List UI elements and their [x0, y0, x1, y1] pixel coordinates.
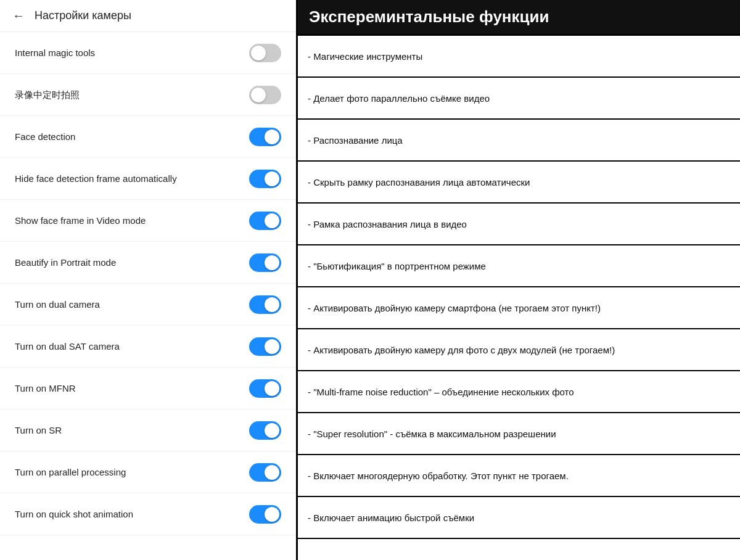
toggle-quick-shot[interactable]: [249, 505, 281, 524]
setting-label-hide-face-detection: Hide face detection frame automatically: [15, 173, 177, 185]
toggle-thumb-dual-camera: [265, 297, 279, 312]
toggle-thumb-internal-magic-tools: [251, 46, 266, 60]
setting-label-dual-camera: Turn on dual camera: [15, 299, 100, 311]
toggle-thumb-hide-face-detection: [265, 171, 279, 186]
setting-row-internal-magic-tools: Internal magic tools: [0, 32, 296, 74]
toggle-thumb-sr: [265, 423, 279, 438]
setting-row-dual-camera: Turn on dual camera: [0, 284, 296, 326]
toggle-track-hide-face-detection: [249, 170, 281, 188]
explanation-row-exp-dual-sat: - Активировать двойную камеру для фото с…: [298, 329, 740, 371]
setting-row-beautify-portrait: Beautify in Portrait mode: [0, 242, 296, 284]
setting-label-mfnr: Turn on MFNR: [15, 382, 76, 395]
toggle-track-parallel-processing: [249, 463, 281, 482]
toggle-thumb-dual-sat-camera: [265, 339, 279, 354]
explanation-row-exp-dual: - Активировать двойную камеру смартфона …: [298, 287, 740, 329]
setting-label-sr: Turn on SR: [15, 424, 62, 437]
toggle-track-dual-camera: [249, 295, 281, 314]
left-panel: ← Настройки камеры Internal magic tools录…: [0, 0, 296, 560]
right-panel: Экспереминтальные функции - Магические и…: [296, 0, 740, 560]
toggle-thumb-timed-photo: [251, 88, 266, 102]
toggle-face-detection[interactable]: [249, 128, 281, 146]
settings-list: Internal magic tools录像中定时拍照Face detectio…: [0, 32, 296, 560]
setting-label-show-face-frame: Show face frame in Video mode: [15, 215, 146, 227]
toggle-thumb-show-face-frame: [265, 213, 279, 228]
toggle-thumb-parallel-processing: [265, 465, 279, 480]
setting-row-quick-shot: Turn on quick shot animation: [0, 493, 296, 535]
toggle-hide-face-detection[interactable]: [249, 170, 281, 188]
header-title: Настройки камеры: [35, 9, 131, 22]
toggle-sr[interactable]: [249, 421, 281, 440]
toggle-mfnr[interactable]: [249, 379, 281, 398]
toggle-timed-photo[interactable]: [249, 86, 281, 104]
toggle-track-dual-sat-camera: [249, 337, 281, 356]
explanation-row-exp-face-detect: - Распознавание лица: [298, 120, 740, 162]
toggle-dual-camera[interactable]: [249, 295, 281, 314]
explanation-row-exp-show-frame: - Рамка распознавания лица в видео: [298, 204, 740, 245]
explanation-row-exp-beautify: - "Бьютификация" в портрентном режиме: [298, 245, 740, 287]
toggle-track-sr: [249, 421, 281, 440]
setting-label-quick-shot: Turn on quick shot animation: [15, 508, 133, 521]
setting-label-face-detection: Face detection: [15, 131, 75, 143]
toggle-internal-magic-tools[interactable]: [249, 44, 281, 62]
back-button[interactable]: ←: [12, 9, 25, 23]
explanation-row-exp-mfnr: - "Multi-frame noise reduction" – объеди…: [298, 371, 740, 413]
toggle-thumb-face-detection: [265, 130, 279, 144]
setting-row-mfnr: Turn on MFNR: [0, 368, 296, 410]
toggle-track-mfnr: [249, 379, 281, 398]
toggle-track-face-detection: [249, 128, 281, 146]
toggle-parallel-processing[interactable]: [249, 463, 281, 482]
setting-row-show-face-frame: Show face frame in Video mode: [0, 200, 296, 242]
setting-row-timed-photo: 录像中定时拍照: [0, 74, 296, 116]
toggle-track-show-face-frame: [249, 212, 281, 230]
explanation-list: - Магические инструменты- Делает фото па…: [298, 36, 740, 560]
setting-label-internal-magic-tools: Internal magic tools: [15, 47, 95, 59]
setting-label-timed-photo: 录像中定时拍照: [15, 89, 80, 101]
setting-label-beautify-portrait: Beautify in Portrait mode: [15, 257, 116, 269]
explanation-row-exp-hide-frame: - Скрыть рамку распознавания лица автома…: [298, 162, 740, 204]
right-header-title: Экспереминтальные функции: [298, 0, 740, 36]
toggle-track-quick-shot: [249, 505, 281, 524]
toggle-thumb-mfnr: [265, 381, 279, 396]
toggle-dual-sat-camera[interactable]: [249, 337, 281, 356]
explanation-row-exp-photo-video: - Делает фото параллельно съёмке видео: [298, 78, 740, 120]
setting-label-dual-sat-camera: Turn on dual SAT camera: [15, 340, 120, 353]
setting-row-hide-face-detection: Hide face detection frame automatically: [0, 158, 296, 200]
toggle-show-face-frame[interactable]: [249, 212, 281, 230]
setting-label-parallel-processing: Turn on parallel processing: [15, 466, 126, 479]
toggle-track-beautify-portrait: [249, 253, 281, 272]
explanation-row-exp-magic: - Магические инструменты: [298, 36, 740, 78]
setting-row-face-detection: Face detection: [0, 116, 296, 158]
toggle-track-timed-photo: [249, 86, 281, 104]
explanation-row-exp-sr: - "Super resolution" - съёмка в максимал…: [298, 413, 740, 455]
toggle-thumb-quick-shot: [265, 507, 279, 522]
setting-row-sr: Turn on SR: [0, 410, 296, 451]
explanation-row-exp-parallel: - Включает многоядерную обработку. Этот …: [298, 455, 740, 497]
setting-row-parallel-processing: Turn on parallel processing: [0, 451, 296, 493]
header: ← Настройки камеры: [0, 0, 296, 32]
toggle-thumb-beautify-portrait: [265, 255, 279, 270]
toggle-beautify-portrait[interactable]: [249, 253, 281, 272]
toggle-track-internal-magic-tools: [249, 44, 281, 62]
setting-row-dual-sat-camera: Turn on dual SAT camera: [0, 326, 296, 368]
explanation-row-exp-quick-shot: - Включает анимацию быстрой съёмки: [298, 497, 740, 539]
